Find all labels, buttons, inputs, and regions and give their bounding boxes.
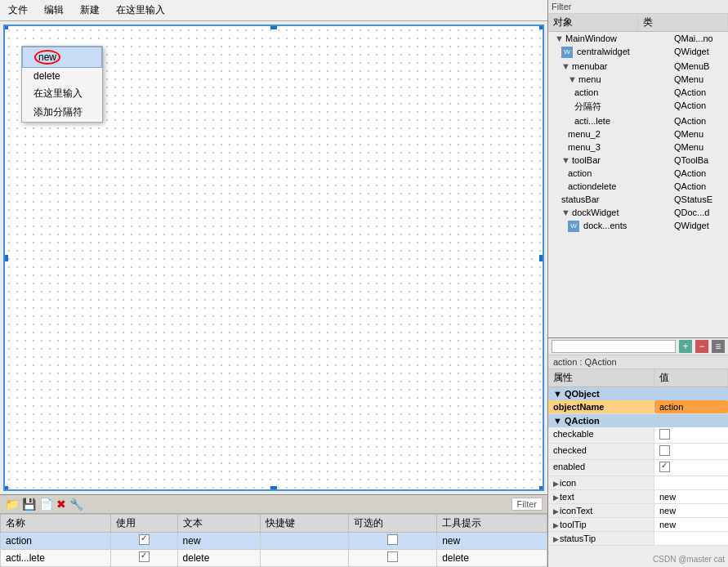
tree-row-dockents[interactable]: W dock...ents QWidget bbox=[548, 219, 728, 234]
object-tree: Filter 对象 类 ▼ MainWindow QMai...no W cen… bbox=[548, 0, 728, 338]
col-header-shortcut: 快捷键 bbox=[260, 515, 348, 533]
cell-shortcut-1 bbox=[260, 533, 348, 550]
save-icon[interactable]: 💾 bbox=[22, 498, 36, 511]
right-panel: Filter 对象 类 ▼ MainWindow QMai...no W cen… bbox=[548, 0, 728, 567]
checkbox-checkable[interactable] bbox=[659, 429, 670, 440]
props-col-property: 属性 bbox=[548, 369, 654, 386]
dropdown-item-separator[interactable]: 添加分隔符 bbox=[22, 103, 102, 122]
handle-ml[interactable] bbox=[3, 255, 8, 261]
props-subtitle: action : QAction bbox=[548, 355, 728, 369]
new-oval: new bbox=[34, 50, 60, 65]
tree-filter-label: Filter bbox=[552, 2, 571, 11]
cell-tooltip-2: delete bbox=[437, 550, 547, 567]
prop-name-objectname: objectName bbox=[548, 400, 654, 413]
props-filter-add-btn[interactable]: + bbox=[679, 340, 692, 353]
prop-value-objectname[interactable]: action bbox=[654, 400, 728, 413]
tree-row-action-toolbar[interactable]: action QAction bbox=[548, 167, 728, 180]
prop-name-statustip: ▶ statusTip bbox=[548, 532, 654, 545]
tree-row-menu2[interactable]: menu_2 QMenu bbox=[548, 127, 728, 141]
col-header-text: 文本 bbox=[177, 515, 260, 533]
prop-row-checkable[interactable]: checkable bbox=[548, 427, 728, 444]
tree-headers: 对象 类 bbox=[548, 14, 728, 32]
handle-tc[interactable] bbox=[270, 25, 277, 29]
tree-row-action1[interactable]: action QAction bbox=[548, 86, 728, 99]
tree-row-actilete[interactable]: acti...lete QAction bbox=[548, 114, 728, 127]
prop-row-tooltip[interactable]: ▶ toolTip new bbox=[548, 518, 728, 532]
prop-row-checked[interactable]: checked bbox=[548, 444, 728, 460]
prop-row-icon[interactable]: ▶ icon bbox=[548, 476, 728, 490]
checkbox-optional-2[interactable] bbox=[387, 551, 398, 562]
bottom-toolbar: 📁 💾 📄 ✖ 🔧 Filter bbox=[0, 494, 547, 513]
expand-icon: ▼ bbox=[568, 74, 576, 84]
arrow-icon: ▶ bbox=[553, 480, 560, 488]
cell-text-2: delete bbox=[177, 550, 260, 567]
folder-icon[interactable]: 📁 bbox=[5, 498, 19, 511]
table-header-row: 名称 使用 文本 快捷键 可选的 工具提示 bbox=[1, 515, 547, 533]
left-panel: 文件 编辑 新建 在这里输入 new bbox=[0, 0, 548, 567]
menu-item-input[interactable]: 在这里输入 bbox=[111, 2, 170, 19]
handle-bl[interactable] bbox=[3, 486, 8, 491]
action-table: 名称 使用 文本 快捷键 可选的 工具提示 action new bbox=[0, 514, 547, 567]
table-row[interactable]: action new new bbox=[1, 533, 547, 550]
tree-row-actiondelete[interactable]: actiondelete QAction bbox=[548, 180, 728, 193]
props-content: ▼ QObject objectName action ▼ QAction ch… bbox=[548, 387, 728, 567]
tree-row-menu3[interactable]: menu_3 QMenu bbox=[548, 141, 728, 154]
handle-tr[interactable] bbox=[539, 25, 544, 29]
tree-row-mainwindow[interactable]: ▼ MainWindow QMai...no bbox=[548, 32, 728, 45]
tree-col-object: 对象 bbox=[548, 14, 638, 31]
menu-item-file[interactable]: 文件 bbox=[3, 2, 33, 19]
tree-row-statusbar[interactable]: statusBar QStatusE bbox=[548, 193, 728, 206]
props-headers: 属性 值 bbox=[548, 369, 728, 387]
file-icon[interactable]: 📄 bbox=[39, 498, 53, 511]
tree-content: ▼ MainWindow QMai...no W centralwidget Q… bbox=[548, 32, 728, 234]
cell-optional-2 bbox=[348, 550, 436, 567]
arrow-statustip: ▶ bbox=[553, 535, 560, 543]
prop-value-tooltip: new bbox=[654, 518, 728, 531]
dropdown-item-delete[interactable]: delete bbox=[22, 68, 102, 84]
cell-name-1: action bbox=[1, 533, 111, 550]
handle-bc[interactable] bbox=[270, 486, 277, 491]
section-label: QObject bbox=[565, 389, 600, 399]
tree-row-dockwidget[interactable]: ▼ dockWidget QDoc...d bbox=[548, 206, 728, 219]
section-qaction[interactable]: ▼ QAction bbox=[548, 414, 728, 427]
props-filter-input[interactable] bbox=[552, 340, 676, 353]
prop-row-objectname[interactable]: objectName action bbox=[548, 400, 728, 414]
menu-item-new[interactable]: 新建 bbox=[75, 2, 105, 19]
prop-value-checked bbox=[654, 444, 728, 459]
props-filter-remove-btn[interactable]: − bbox=[695, 340, 708, 353]
table-row[interactable]: acti...lete delete delete bbox=[1, 550, 547, 567]
handle-mr[interactable] bbox=[539, 255, 544, 261]
delete-icon[interactable]: ✖ bbox=[56, 498, 66, 511]
tree-row-menubar[interactable]: ▼ menubar QMenuB bbox=[548, 60, 728, 73]
tree-row-separator[interactable]: 分隔符 QAction bbox=[548, 99, 728, 114]
settings-icon[interactable]: 🔧 bbox=[69, 498, 83, 511]
dropdown-item-new[interactable]: new bbox=[22, 47, 102, 68]
props-filter-extra-btn[interactable]: ≡ bbox=[712, 340, 725, 353]
prop-name-icontext: ▶ iconText bbox=[548, 504, 654, 517]
arrow-text: ▶ bbox=[553, 493, 560, 502]
cell-optional-1 bbox=[348, 533, 436, 550]
checkbox-used-2[interactable] bbox=[139, 551, 150, 562]
checkbox-used-1[interactable] bbox=[139, 534, 150, 545]
prop-row-icontext[interactable]: ▶ iconText new bbox=[548, 504, 728, 518]
canvas: new delete 在这里输入 添加分隔符 bbox=[3, 25, 544, 491]
handle-br[interactable] bbox=[539, 486, 544, 491]
canvas-wrapper: new delete 在这里输入 添加分隔符 bbox=[3, 25, 544, 491]
checkbox-optional-1[interactable] bbox=[387, 534, 398, 545]
prop-row-text[interactable]: ▶ text new bbox=[548, 490, 728, 504]
cell-tooltip-1: new bbox=[437, 533, 547, 550]
checkbox-checked[interactable] bbox=[659, 445, 670, 456]
tree-row-centralwidget[interactable]: W centralwidget QWidget bbox=[548, 45, 728, 60]
handle-tl[interactable] bbox=[3, 25, 8, 29]
menu-item-edit[interactable]: 编辑 bbox=[39, 2, 69, 19]
prop-value-icontext: new bbox=[654, 504, 728, 517]
col-header-name: 名称 bbox=[1, 515, 111, 533]
prop-row-enabled[interactable]: enabled bbox=[548, 460, 728, 476]
dropdown-item-input2[interactable]: 在这里输入 bbox=[22, 84, 102, 103]
section-qobject[interactable]: ▼ QObject bbox=[548, 387, 728, 400]
prop-row-statustip[interactable]: ▶ statusTip bbox=[548, 532, 728, 546]
tree-row-menu[interactable]: ▼ menu QMenu bbox=[548, 73, 728, 86]
checkbox-enabled[interactable] bbox=[659, 462, 670, 472]
prop-name-checked: checked bbox=[548, 444, 654, 459]
tree-row-toolbar[interactable]: ▼ toolBar QToolBa bbox=[548, 154, 728, 167]
